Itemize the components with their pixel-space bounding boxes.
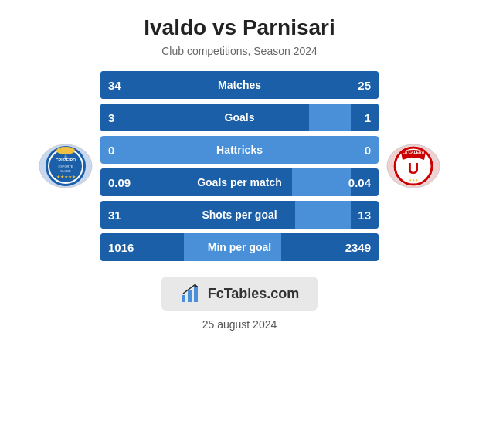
svg-text:★★★: ★★★	[409, 178, 419, 182]
stat-row-3: 0.09 Goals per match 0.04	[100, 168, 379, 196]
fctables-badge: FcTables.com	[161, 277, 318, 311]
stat-right-val-4: 13	[358, 209, 371, 222]
stat-row-5: 1016 Min per goal 2349	[100, 233, 379, 261]
stat-left-val-5: 1016	[108, 241, 134, 254]
svg-text:U: U	[408, 160, 419, 177]
date-label: 25 august 2024	[202, 318, 277, 331]
svg-text:ESPORTE: ESPORTE	[58, 165, 73, 168]
badge-section: FcTables.com 25 august 2024	[161, 277, 318, 331]
stat-label-1: Goals	[225, 111, 255, 124]
stat-right-val-0: 25	[358, 79, 371, 92]
svg-point-3	[56, 147, 75, 154]
page-title: Ivaldo vs Parnisari	[144, 15, 335, 40]
stat-right-val-5: 2349	[345, 241, 371, 254]
fctables-chart-icon	[180, 283, 202, 304]
calera-logo-svg: U ★★★ LA CALERA	[386, 138, 441, 194]
stat-row-2: 0 Hattricks 0	[100, 136, 379, 164]
svg-rect-15	[182, 295, 185, 302]
stat-row-0: 34 Matches 25	[100, 71, 379, 99]
svg-rect-16	[188, 290, 192, 302]
stat-left-val-4: 31	[108, 209, 121, 222]
logo-right: U ★★★ LA CALERA	[379, 138, 448, 194]
stat-row-1: 3 Goals 1	[100, 104, 379, 131]
logo-left: CRUZEIRO ESPORTE CLUBE ★★★★★	[31, 138, 100, 194]
svg-text:CLUBE: CLUBE	[60, 169, 71, 173]
stats-section: CRUZEIRO ESPORTE CLUBE ★★★★★ 34 Matches …	[8, 71, 471, 261]
stat-left-val-2: 0	[108, 144, 114, 157]
subtitle: Club competitions, Season 2024	[161, 45, 318, 57]
svg-text:LA CALERA: LA CALERA	[403, 150, 425, 154]
main-container: Ivaldo vs Parnisari Club competitions, S…	[0, 0, 479, 448]
stat-label-5: Min per goal	[208, 241, 271, 253]
stat-label-3: Goals per match	[197, 176, 282, 188]
bar-fill-left-1	[100, 104, 309, 131]
fctables-label: FcTables.com	[208, 286, 300, 302]
svg-text:★★★★★: ★★★★★	[56, 175, 76, 179]
stat-label-4: Shots per goal	[202, 209, 277, 221]
stat-right-val-1: 1	[365, 111, 371, 124]
stat-label-2: Hattricks	[216, 144, 263, 156]
stat-row-4: 31 Shots per goal 13	[100, 201, 379, 229]
stat-right-val-3: 0.04	[348, 176, 371, 189]
stat-left-val-1: 3	[108, 111, 114, 124]
stat-label-0: Matches	[218, 79, 261, 91]
stat-right-val-2: 0	[365, 144, 371, 157]
stat-left-val-0: 34	[108, 79, 121, 92]
stats-rows: 34 Matches 25 3 Goals 1 0 Hattricks 0 0.…	[100, 71, 379, 261]
stat-left-val-3: 0.09	[108, 176, 131, 189]
cruzeiro-logo-svg: CRUZEIRO ESPORTE CLUBE ★★★★★	[38, 138, 93, 194]
svg-rect-17	[194, 286, 198, 302]
